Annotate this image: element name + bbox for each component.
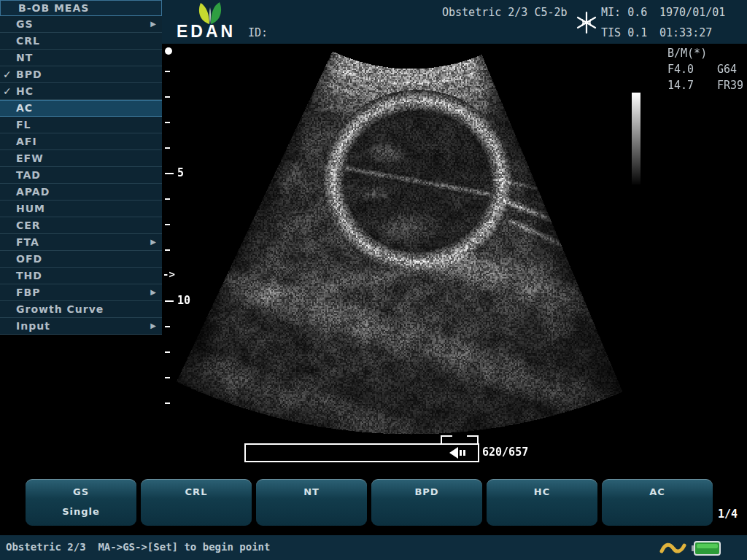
checkmark-icon: ✓ (3, 83, 12, 99)
menu-item-label: APAD (16, 186, 50, 198)
ultrasound-image[interactable] (162, 44, 747, 438)
menu-item-growth-curve[interactable]: Growth Curve (0, 301, 162, 318)
submenu-arrow-icon: ▶ (150, 234, 157, 250)
menu-item-label: BPD (16, 69, 42, 80)
frequency-label: F4.0 (667, 61, 707, 77)
ultrasound-screen: EDAN ID: Obstetric 2/3 C5-2b MI: 0.6 TIS… (0, 0, 747, 560)
menu-item-label: TAD (16, 169, 41, 181)
ruler-tick (165, 71, 170, 72)
menu-item-label: CER (16, 219, 41, 231)
menu-item-label: HUM (16, 203, 45, 214)
softkey-label: CRL (141, 486, 252, 497)
softkey-hc[interactable]: HC (487, 479, 597, 526)
ruler-tick (165, 173, 174, 174)
menu-item-afi[interactable]: AFI (0, 133, 162, 150)
ruler-tick (165, 198, 170, 200)
menu-item-label: EFW (16, 152, 44, 164)
status-bar: Obstetric 2/3 MA->GS->[Set] to begin poi… (0, 535, 747, 560)
softkey-label: BPD (371, 486, 482, 497)
menu-item-bpd[interactable]: ✓BPD (0, 66, 162, 83)
menu-item-cer[interactable]: CER (0, 217, 162, 234)
menu-item-label: AC (16, 102, 33, 114)
menu-item-hum[interactable]: HUM (0, 201, 162, 217)
menu-item-apad[interactable]: APAD (0, 184, 162, 201)
ruler-tick (165, 377, 170, 378)
grayscale-bar (632, 93, 640, 184)
mode-label: B/M(*) (667, 45, 707, 61)
ruler-tick (165, 300, 174, 302)
ruler-tick (165, 402, 170, 404)
ruler-tick (165, 224, 170, 225)
frame-rate-label: FR39 (717, 77, 743, 93)
menu-header: B-OB MEAS (0, 0, 162, 16)
checkmark-icon: ✓ (3, 66, 12, 82)
menu-item-label: FTA (16, 236, 39, 248)
edan-logo: EDAN (177, 22, 236, 42)
menu-item-thd[interactable]: THD (0, 268, 162, 284)
menu-item-hc[interactable]: ✓HC (0, 83, 162, 100)
mi-indicator: MI: 0.6 (601, 6, 647, 19)
cine-range-bracket-left (441, 435, 452, 443)
edan-leaf-icon (194, 1, 226, 25)
menu-item-nt[interactable]: NT (0, 50, 162, 66)
menu-item-label: GS (16, 18, 34, 30)
softkey-gs[interactable]: GSSingle (26, 479, 136, 526)
menu-item-label: NT (16, 52, 33, 63)
softkey-crl[interactable]: CRL (141, 479, 252, 526)
probe-orientation-marker (165, 47, 172, 55)
image-parameters: B/M(*) F4.0 14.7 (667, 45, 707, 93)
menu-item-fl[interactable]: FL (0, 117, 162, 133)
menu-item-label: Growth Curve (16, 303, 104, 315)
battery-icon (692, 541, 721, 556)
menu-item-label: THD (16, 270, 42, 281)
menu-item-fta[interactable]: FTA▶ (0, 234, 162, 251)
patient-id-label: ID: (248, 26, 268, 39)
softkey-nt[interactable]: NT (256, 479, 367, 526)
cine-scrollbar[interactable] (244, 443, 479, 462)
softkey-label: HC (487, 486, 597, 497)
menu-item-label: Input (16, 320, 50, 332)
top-bar: EDAN ID: Obstetric 2/3 C5-2b MI: 0.6 TIS… (162, 0, 747, 44)
menu-item-label: FBP (16, 287, 41, 298)
ruler-label-10: 10 (177, 294, 190, 307)
submenu-arrow-icon: ▶ (150, 16, 157, 32)
menu-item-tad[interactable]: TAD (0, 167, 162, 184)
menu-item-crl[interactable]: CRL (0, 33, 162, 50)
menu-item-label: HC (16, 85, 34, 97)
ruler-label-5: 5 (177, 166, 184, 179)
image-parameters-col2: G64 FR39 (717, 61, 743, 93)
softkey-bpd[interactable]: BPD (371, 479, 482, 526)
ruler-tick (165, 326, 170, 327)
cine-playback-icon (449, 447, 468, 459)
wave-signal-icon (659, 540, 686, 557)
ruler-tick (165, 96, 170, 98)
menu-item-gs[interactable]: GS▶ (0, 16, 162, 33)
menu-item-label: CRL (16, 35, 40, 47)
menu-item-efw[interactable]: EFW (0, 150, 162, 167)
softkey-label: NT (256, 486, 367, 497)
submenu-arrow-icon: ▶ (150, 318, 157, 334)
system-date: 1970/01/01 (659, 6, 725, 19)
ruler-tick (165, 122, 170, 123)
menu-item-input[interactable]: Input▶ (0, 318, 162, 335)
measurement-menu: B-OB MEAS GS▶CRLNT✓BPD✓HCACFLAFIEFWTADAP… (0, 0, 162, 335)
gain-label: G64 (717, 61, 743, 77)
softkey-page-indicator: 1/4 (718, 508, 738, 521)
menu-item-label: FL (16, 119, 31, 131)
cine-range-bracket-right (467, 435, 479, 443)
softkey-label: GS (26, 486, 136, 497)
cine-frame-counter: 620/657 (482, 446, 528, 459)
menu-item-ac[interactable]: AC (0, 100, 162, 117)
softkey-sublabel: Single (26, 506, 136, 517)
status-message: Obstetric 2/3 MA->GS->[Set] to begin poi… (6, 541, 270, 553)
menu-item-ofd[interactable]: OFD (0, 251, 162, 268)
softkey-ac[interactable]: AC (602, 479, 713, 526)
menu-item-fbp[interactable]: FBP▶ (0, 284, 162, 301)
ruler-tick (165, 147, 170, 149)
submenu-arrow-icon: ▶ (150, 284, 157, 300)
softkey-label: AC (602, 486, 713, 497)
depth-label: 14.7 (667, 77, 707, 93)
ruler-tick (165, 249, 170, 251)
freeze-snowflake-icon (575, 11, 598, 34)
menu-item-label: AFI (16, 136, 37, 147)
